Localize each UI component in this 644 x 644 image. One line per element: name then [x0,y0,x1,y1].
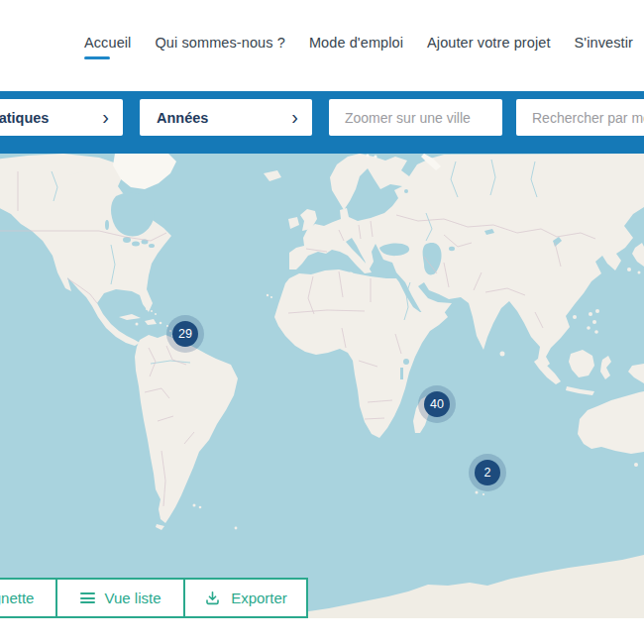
chevron-right-icon: › [291,107,298,127]
top-navigation: Accueil Qui sommes-nous ? Mode d'emploi … [0,0,644,91]
nav-item-sinvestir[interactable]: S'investir [575,35,633,51]
keyword-search-input[interactable] [516,99,644,136]
list-view-button[interactable]: Vue liste [55,578,185,618]
thumbnail-view-label: Vue vignette [0,590,34,606]
map-cluster-marker[interactable]: 2 [469,454,506,491]
world-map-svg [0,154,644,618]
map-canvas[interactable]: 29402 [0,154,644,618]
city-search-input[interactable] [329,99,502,136]
city-search-box [329,99,502,136]
bottom-strip [0,618,644,644]
cluster-count: 40 [424,391,450,417]
thematics-dropdown-label: Thématiques [0,110,49,126]
chevron-right-icon: › [102,107,109,127]
nav-item-accueil[interactable]: Accueil [84,35,131,51]
years-dropdown-label: Années [157,110,208,126]
cluster-count: 2 [475,460,500,485]
nav-item-qui-sommes-nous[interactable]: Qui sommes-nous ? [155,35,284,51]
download-icon [204,590,221,606]
thumbnail-view-button[interactable]: Vue vignette [0,578,57,618]
list-view-label: Vue liste [105,590,161,606]
active-nav-underline [84,56,110,59]
keyword-search-box [516,99,644,136]
filter-bar: Thématiques › Années › [0,91,644,154]
map-cluster-marker[interactable]: 29 [166,315,204,353]
list-icon [80,592,95,603]
nav-item-ajouter-votre-projet[interactable]: Ajouter votre projet [427,35,551,51]
page: Accueil Qui sommes-nous ? Mode d'emploi … [0,0,644,644]
export-button[interactable]: Exporter [183,578,308,618]
years-dropdown[interactable]: Années › [140,99,312,136]
map-cluster-marker[interactable]: 40 [418,385,456,423]
thematics-dropdown[interactable]: Thématiques › [0,99,123,136]
cluster-count: 29 [172,321,198,347]
export-label: Exporter [231,590,287,606]
nav-item-mode-demploi[interactable]: Mode d'emploi [309,35,403,51]
